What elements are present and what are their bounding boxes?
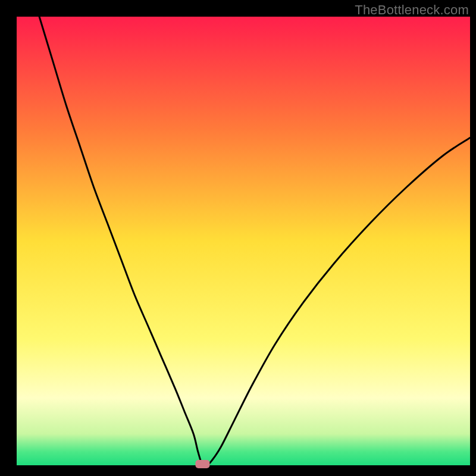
- chart-frame: TheBottleneck.com: [0, 0, 476, 476]
- minimum-marker: [195, 460, 209, 468]
- bottleneck-chart: [0, 0, 476, 476]
- plot-background: [17, 17, 470, 465]
- watermark-text: TheBottleneck.com: [355, 2, 469, 18]
